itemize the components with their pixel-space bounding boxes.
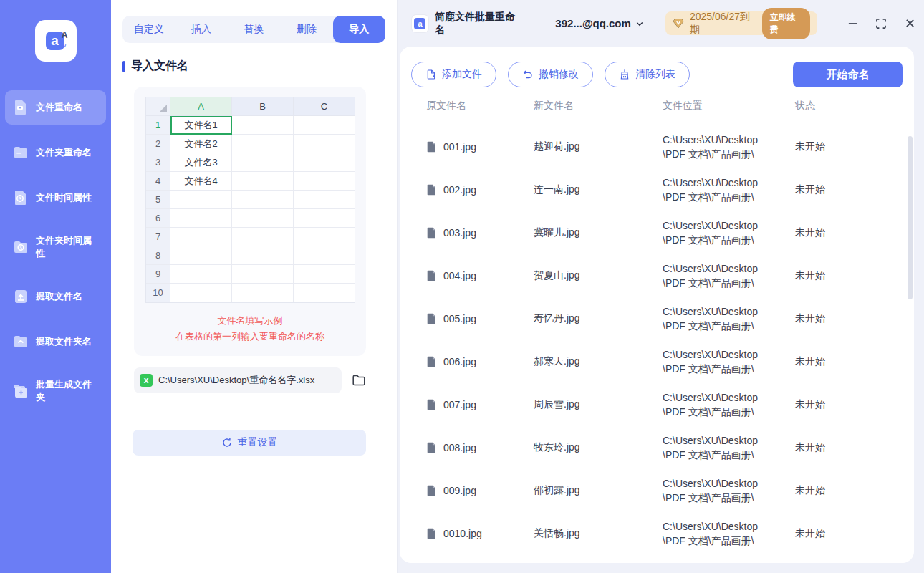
sheet-cell-a[interactable]: 文件名3 xyxy=(170,153,232,172)
table-row[interactable]: 009.jpg 邵初露.jpg C:\Users\XU\Desktop \PDF… xyxy=(400,469,914,512)
section-title-text: 导入文件名 xyxy=(131,59,188,74)
file-location-line1: C:\Users\XU\Desktop xyxy=(663,133,758,147)
browse-file-button[interactable] xyxy=(350,372,367,389)
file-toolbar: 添加文件 撤销修改 清除列表 开始命名 xyxy=(400,47,914,87)
sheet-row-number[interactable]: 2 xyxy=(146,135,170,153)
excel-path-input[interactable]: x C:\Users\XU\Desktop\重命名名字.xlsx xyxy=(134,367,342,393)
sheet-row-number[interactable]: 4 xyxy=(146,172,170,191)
sheet-cell-b[interactable] xyxy=(232,246,294,265)
new-filename: 连一南.jpg xyxy=(534,168,663,211)
sheet-cell-a[interactable] xyxy=(170,191,232,209)
file-location-line1: C:\Users\XU\Desktop xyxy=(663,519,758,534)
renew-button[interactable]: 立即续费 xyxy=(762,8,810,39)
tab-custom[interactable]: 自定义 xyxy=(122,16,175,43)
sidebar-item-extract-foldername[interactable]: 提取文件夹名 xyxy=(5,324,106,359)
sheet-cell-b[interactable] xyxy=(232,284,294,302)
sheet-cell-c[interactable] xyxy=(294,209,355,228)
sheet-row: 9 xyxy=(146,265,354,284)
tab-import[interactable]: 导入 xyxy=(333,16,385,43)
license-badge: 2025/06/27到期 立即续费 xyxy=(665,11,817,35)
file-icon xyxy=(426,399,437,410)
maximize-button[interactable] xyxy=(867,9,895,38)
sheet-row-number[interactable]: 1 xyxy=(146,116,170,135)
file-location: C:\Users\XU\Desktop \PDF 文档\产品画册\ xyxy=(663,469,795,512)
sheet-cell-c[interactable] xyxy=(294,191,355,209)
sheet-cell-c[interactable] xyxy=(294,135,355,153)
sheet-row-number[interactable]: 9 xyxy=(146,265,170,284)
table-row[interactable]: 0010.jpg 关恬畅.jpg C:\Users\XU\Desktop \PD… xyxy=(400,512,914,555)
sheet-cell-a[interactable] xyxy=(170,284,232,302)
sheet-cell-b[interactable] xyxy=(232,191,294,209)
table-row[interactable]: 008.jpg 牧东玲.jpg C:\Users\XU\Desktop \PDF… xyxy=(400,426,914,469)
reset-settings-button[interactable]: 重置设置 xyxy=(133,430,366,456)
close-button[interactable] xyxy=(895,9,924,38)
undo-button[interactable]: 撤销修改 xyxy=(508,62,593,87)
add-files-button[interactable]: 添加文件 xyxy=(411,62,496,87)
sheet-cell-b[interactable] xyxy=(232,172,294,191)
status-text: 未开始 xyxy=(795,512,914,555)
sheet-cell-c[interactable] xyxy=(294,246,355,265)
sidebar-item-file-time[interactable]: 文件时间属性 xyxy=(5,180,106,215)
sidebar-item-batch-create-folder[interactable]: 批量生成文件夹 xyxy=(5,370,106,413)
table-row[interactable]: 001.jpg 越迎荷.jpg C:\Users\XU\Desktop \PDF… xyxy=(400,125,914,168)
tab-delete[interactable]: 删除 xyxy=(280,16,332,43)
sheet-row: 4 文件名4 xyxy=(146,172,354,191)
sheet-cell-c[interactable] xyxy=(294,116,355,135)
table-row[interactable]: 007.jpg 周辰雪.jpg C:\Users\XU\Desktop \PDF… xyxy=(400,383,914,426)
table-row[interactable]: 003.jpg 冀曜儿.jpg C:\Users\XU\Desktop \PDF… xyxy=(400,211,914,254)
table-row[interactable]: 002.jpg 连一南.jpg C:\Users\XU\Desktop \PDF… xyxy=(400,168,914,211)
sheet-cell-c[interactable] xyxy=(294,265,355,284)
file-location-line1: C:\Users\XU\Desktop xyxy=(663,175,758,190)
sheet-cell-b[interactable] xyxy=(232,135,294,153)
minimize-button[interactable] xyxy=(838,9,867,38)
sidebar-item-extract-filename[interactable]: 提取文件名 xyxy=(5,279,106,314)
sheet-cell-a[interactable]: 文件名4 xyxy=(170,172,232,191)
sheet-col-b-header[interactable]: B xyxy=(232,97,294,116)
clear-list-button[interactable]: 清除列表 xyxy=(605,62,690,87)
sheet-cell-b[interactable] xyxy=(232,228,294,246)
sheet-cell-a[interactable] xyxy=(170,265,232,284)
sheet-select-all-corner[interactable] xyxy=(146,97,170,116)
table-scrollbar[interactable] xyxy=(908,136,913,299)
sheet-cell-c[interactable] xyxy=(294,228,355,246)
sheet-col-c-header[interactable]: C xyxy=(294,97,355,116)
sheet-cell-a[interactable] xyxy=(170,209,232,228)
status-text: 未开始 xyxy=(795,211,914,254)
file-location-line1: C:\Users\XU\Desktop xyxy=(663,390,758,405)
original-filename: 005.jpg xyxy=(443,313,476,324)
sheet-cell-b[interactable] xyxy=(232,116,294,135)
sheet-cell-c[interactable] xyxy=(294,153,355,172)
sheet-cell-c[interactable] xyxy=(294,284,355,302)
account-menu[interactable]: 392...@qq.com xyxy=(555,17,644,29)
sheet-cell-a[interactable]: 文件名1 xyxy=(170,116,232,135)
sheet-row-number[interactable]: 6 xyxy=(146,209,170,228)
sheet-cell-a[interactable] xyxy=(170,246,232,265)
sidebar-item-file-rename[interactable]: 文件重命名 xyxy=(5,90,106,125)
tab-insert[interactable]: 插入 xyxy=(175,16,227,43)
sheet-cell-c[interactable] xyxy=(294,172,355,191)
sheet-row-number[interactable]: 8 xyxy=(146,246,170,265)
sidebar-item-folder-rename[interactable]: 文件夹重命名 xyxy=(5,135,106,170)
sheet-cell-a[interactable]: 文件名2 xyxy=(170,135,232,153)
start-rename-button[interactable]: 开始命名 xyxy=(793,62,903,87)
new-filename: 越迎荷.jpg xyxy=(534,125,663,168)
table-row[interactable]: 005.jpg 寿忆丹.jpg C:\Users\XU\Desktop \PDF… xyxy=(400,297,914,340)
sheet-col-a-header[interactable]: A xyxy=(170,97,232,116)
sheet-cell-a[interactable] xyxy=(170,228,232,246)
tab-replace[interactable]: 替换 xyxy=(228,16,280,43)
batch-create-folder-icon xyxy=(12,382,29,400)
sheet-row-number[interactable]: 5 xyxy=(146,191,170,209)
sidebar-item-folder-time[interactable]: 文件夹时间属性 xyxy=(5,226,106,269)
sheet-row-number[interactable]: 7 xyxy=(146,228,170,246)
file-location-line2: \PDF 文档\产品画册\ xyxy=(663,534,754,548)
sheet-cell-b[interactable] xyxy=(232,265,294,284)
original-filename: 001.jpg xyxy=(443,141,476,153)
add-file-icon xyxy=(425,69,437,80)
sheet-row-number[interactable]: 10 xyxy=(146,284,170,302)
sidebar: a A ↵ 文件重命名 文件夹重命名 文件时间属性 xyxy=(0,0,111,573)
table-row[interactable]: 004.jpg 贺夏山.jpg C:\Users\XU\Desktop \PDF… xyxy=(400,254,914,297)
sheet-row-number[interactable]: 3 xyxy=(146,153,170,172)
sheet-cell-b[interactable] xyxy=(232,209,294,228)
sheet-cell-b[interactable] xyxy=(232,153,294,172)
table-row[interactable]: 006.jpg 郝寒天.jpg C:\Users\XU\Desktop \PDF… xyxy=(400,340,914,383)
